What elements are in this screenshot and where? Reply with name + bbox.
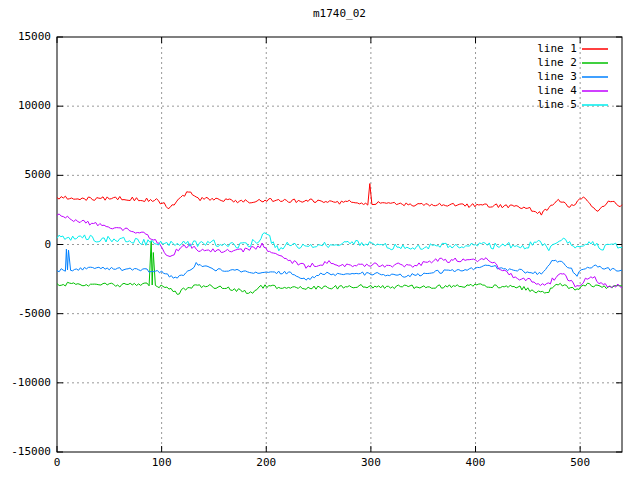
legend-item: line 2 xyxy=(537,56,608,70)
x-tick-label: 100 xyxy=(140,457,184,469)
y-tick-label: 0 xyxy=(0,239,51,251)
y-tick-label: 15000 xyxy=(0,31,51,43)
y-tick-label: -5000 xyxy=(0,308,51,320)
legend-label: line 4 xyxy=(537,85,577,97)
series-line-3 xyxy=(57,249,622,280)
series-line-5 xyxy=(57,233,622,251)
series-line-1 xyxy=(57,184,622,216)
legend: line 1line 2line 3line 4line 5 xyxy=(537,42,608,112)
y-tick-label: 10000 xyxy=(0,100,51,112)
series-line-2 xyxy=(57,241,622,295)
legend-item: line 3 xyxy=(537,70,608,84)
legend-key-line xyxy=(582,89,608,93)
legend-item: line 1 xyxy=(537,42,608,56)
legend-key-line xyxy=(582,47,608,51)
x-tick-label: 500 xyxy=(558,457,602,469)
legend-key-line xyxy=(582,75,608,79)
x-tick-label: 400 xyxy=(454,457,498,469)
legend-label: line 2 xyxy=(537,57,577,69)
x-tick-label: 0 xyxy=(35,457,79,469)
x-tick-label: 200 xyxy=(244,457,288,469)
legend-label: line 1 xyxy=(537,43,577,55)
legend-label: line 5 xyxy=(537,99,577,111)
legend-item: line 4 xyxy=(537,84,608,98)
x-tick-label: 300 xyxy=(349,457,393,469)
y-tick-label: -10000 xyxy=(0,377,51,389)
legend-item: line 5 xyxy=(537,98,608,112)
chart-window: m1740_02 line 1line 2line 3line 4line 5 … xyxy=(0,0,640,480)
series-line-4 xyxy=(57,214,622,288)
legend-label: line 3 xyxy=(537,71,577,83)
y-tick-label: 5000 xyxy=(0,169,51,181)
legend-key-line xyxy=(582,103,608,107)
legend-key-line xyxy=(582,61,608,65)
